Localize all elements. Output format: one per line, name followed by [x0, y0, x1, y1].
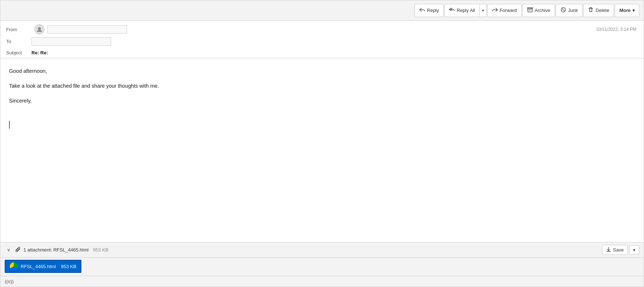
- subject-row: Subject Re: Re:: [6, 47, 638, 58]
- reply-icon: [419, 7, 425, 14]
- save-dropdown-chevron-icon: [633, 247, 635, 253]
- junk-label: Junk: [568, 8, 578, 13]
- from-row: From 10/11/2022, 3:14 PM: [6, 23, 638, 36]
- attachment-file-item[interactable]: RFSL_4465.html 953 KB: [5, 260, 81, 273]
- reply-all-button-group: Reply All: [444, 4, 487, 17]
- attachment-size-text: 953 KB: [93, 247, 109, 253]
- attachment-files: RFSL_4465.html 953 KB: [0, 258, 644, 276]
- attachment-header-right: Save: [602, 245, 639, 255]
- attachment-bar: ∨ 1 attachment: RFSL_4465.html 953 KB: [0, 242, 644, 276]
- reply-all-button[interactable]: Reply All: [445, 4, 479, 17]
- body-line2: Take a look at the attached file and sha…: [9, 82, 635, 90]
- delete-button[interactable]: Delete: [583, 4, 614, 17]
- attachment-collapse-button[interactable]: ∨: [5, 246, 13, 253]
- archive-button[interactable]: Archive: [522, 4, 555, 17]
- junk-button[interactable]: Junk: [556, 4, 582, 17]
- archive-label: Archive: [535, 8, 550, 13]
- save-icon: [606, 247, 611, 253]
- forward-icon: [492, 7, 498, 14]
- save-dropdown-button[interactable]: [629, 245, 639, 254]
- save-label: Save: [613, 247, 624, 253]
- subject-label: Subject: [6, 50, 31, 55]
- status-icon: ((o)): [5, 279, 14, 284]
- attachment-clip-icon: [16, 246, 21, 253]
- chevron-down-icon: [482, 8, 484, 13]
- attachment-header-left: ∨ 1 attachment: RFSL_4465.html 953 KB: [5, 246, 109, 253]
- reply-button-group: Reply: [415, 4, 444, 17]
- svg-point-5: [38, 27, 41, 30]
- reply-all-icon: [449, 7, 455, 14]
- subject-value: Re: Re:: [31, 50, 638, 55]
- status-bar: ((o)): [0, 276, 644, 287]
- attachment-header: ∨ 1 attachment: RFSL_4465.html 953 KB: [0, 242, 644, 258]
- reply-all-label: Reply All: [457, 8, 475, 13]
- email-viewer: Reply Reply All: [0, 0, 644, 287]
- more-label: More: [619, 8, 631, 13]
- email-header: From 10/11/2022, 3:14 PM To Subject Re: …: [0, 21, 644, 58]
- toolbar: Reply Reply All: [0, 0, 644, 21]
- delete-label: Delete: [596, 8, 609, 13]
- from-left: From: [6, 24, 127, 34]
- cursor-indicator: [9, 112, 635, 130]
- save-button[interactable]: Save: [602, 245, 628, 255]
- more-chevron-icon: [632, 8, 635, 13]
- svg-line-4: [562, 9, 564, 11]
- svg-rect-1: [528, 9, 532, 12]
- body-line1: Good afternoon,: [9, 67, 635, 75]
- archive-icon: [527, 7, 533, 14]
- more-button[interactable]: More: [615, 4, 639, 17]
- attachment-count-text: 1 attachment: RFSL_4465.html: [24, 247, 89, 253]
- forward-label: Forward: [500, 8, 517, 13]
- email-timestamp: 10/11/2022, 3:14 PM: [596, 27, 636, 32]
- file-name: RFSL_4465.html: [21, 264, 56, 269]
- reply-label: Reply: [427, 8, 439, 13]
- from-label: From: [6, 27, 31, 32]
- to-row: To: [6, 36, 638, 47]
- reply-button[interactable]: Reply: [415, 4, 443, 17]
- reply-all-dropdown-button[interactable]: [479, 4, 486, 17]
- forward-button[interactable]: Forward: [487, 4, 522, 17]
- from-input[interactable]: [47, 25, 127, 34]
- junk-icon: [560, 7, 566, 14]
- to-input[interactable]: [31, 37, 111, 46]
- file-type-icon: [10, 262, 18, 270]
- file-size: 953 KB: [61, 264, 77, 269]
- to-label: To: [6, 39, 31, 44]
- body-line3: Sincerely,: [9, 97, 635, 105]
- delete-icon: [588, 7, 594, 14]
- email-body: Good afternoon, Take a look at the attac…: [0, 58, 644, 242]
- sender-avatar: [34, 24, 45, 34]
